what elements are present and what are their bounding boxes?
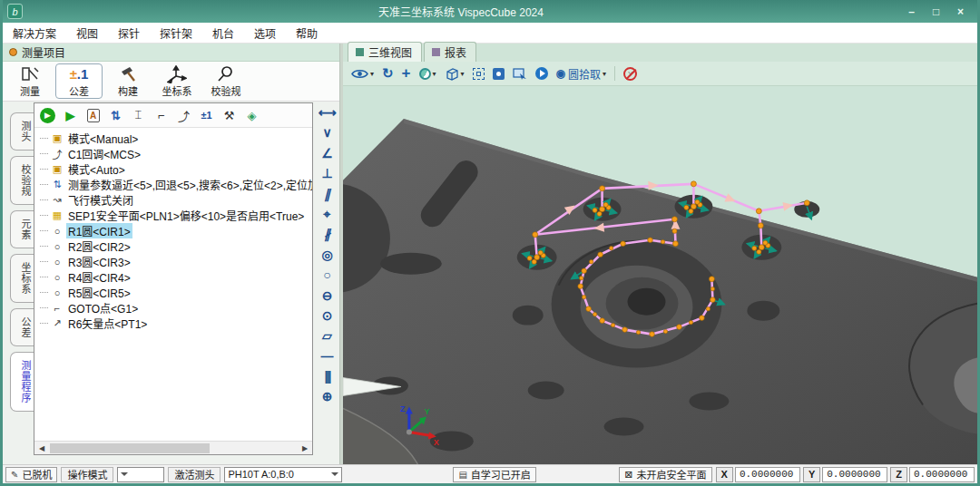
visibility-eye-icon[interactable] — [351, 68, 374, 80]
pan-window-icon[interactable] — [513, 68, 527, 80]
render-style-icon[interactable] — [419, 68, 436, 80]
angle-icon[interactable]: ∠ — [318, 147, 338, 160]
measure-button[interactable]: 测量 — [6, 63, 54, 99]
measure-icon[interactable]: ⌶ — [129, 106, 148, 125]
view-cube-icon[interactable] — [445, 67, 465, 81]
sidetab-tolerance[interactable]: 公差 — [10, 308, 34, 346]
minimize-button[interactable]: – — [899, 5, 924, 18]
tolerance-icon[interactable]: ±1 — [197, 106, 216, 125]
circle-pick-dropdown[interactable]: ◉ 圆拾取 — [556, 66, 607, 82]
position-icon[interactable]: ⌖ — [318, 208, 338, 221]
left-panel-header: 测量项目 — [3, 44, 339, 62]
menu-item[interactable]: 选项 — [244, 23, 286, 43]
chevron-down-icon — [331, 472, 338, 480]
measurement-project-panel: 测量项目 测量 ±.1 公差 构建 — [3, 44, 340, 464]
tree-horizontal-scrollbar[interactable]: ◀ ▶ — [34, 441, 312, 454]
view-tabs: 三维视图 报表 — [343, 44, 977, 62]
menu-item[interactable]: 解决方案 — [3, 23, 66, 43]
scroll-left-icon[interactable]: ◀ — [35, 442, 48, 454]
tree-item-safety-plane[interactable]: ▦ SEP1安全平面<PLN1>偏移<10>是否启用<True> — [34, 208, 312, 223]
rotate-view-icon[interactable]: ↻ — [382, 65, 394, 82]
probe-disabled-icon[interactable]: Y — [623, 67, 637, 81]
self-learning-icon: ▤ — [458, 470, 466, 480]
menu-item[interactable]: 探针架 — [150, 23, 202, 43]
tree-item-circle-2[interactable]: ○ R2圆<CIR2> — [34, 238, 312, 254]
sidetab-gauge[interactable]: 校验规 — [10, 156, 34, 205]
coordsys-icon[interactable]: ⤴ — [174, 106, 193, 125]
runout-icon[interactable]: ⊙ — [318, 309, 338, 323]
tree-item-circle-4[interactable]: ○ R4圆<CIR4> — [34, 269, 312, 285]
menu-item[interactable]: 机台 — [202, 23, 244, 43]
filter-icon[interactable]: ⇅ — [106, 106, 125, 125]
target-icon[interactable]: ◈ — [242, 106, 261, 125]
hammer-icon — [118, 64, 138, 83]
step-run-icon[interactable]: ▶ — [61, 106, 80, 125]
sidetab-coordsys[interactable]: 坐标系 — [10, 254, 34, 303]
placemark-icon[interactable] — [493, 68, 505, 80]
sidetab-probe[interactable]: 测头 — [10, 112, 34, 151]
3d-scene: Z Y X — [343, 86, 977, 464]
run-view-icon[interactable] — [535, 67, 548, 80]
tolerance-button[interactable]: ±.1 公差 — [55, 63, 103, 99]
maximize-button[interactable]: □ — [924, 5, 948, 18]
roundness-icon[interactable]: ○ — [318, 268, 338, 282]
coordsys-button[interactable]: 坐标系 — [153, 63, 201, 99]
calibrate-button[interactable]: 校验规 — [202, 63, 250, 99]
tree-toolbar: ▶▶A⇅⌶⌐⤴±1⚒◈ — [34, 103, 312, 128]
tab-3d-view[interactable]: 三维视图 — [348, 42, 422, 62]
tree-item-recall[interactable]: ⤴ C1回调<MCS> — [34, 146, 312, 161]
total-runout-icon[interactable]: ⊕ — [318, 390, 338, 403]
menu-item[interactable]: 帮助 — [286, 23, 328, 43]
construct-icon[interactable]: ⚒ — [220, 106, 239, 125]
coordinate-readout: Y 0.0000000 — [803, 467, 887, 482]
scrollbar-thumb[interactable] — [50, 443, 210, 453]
active-probe-value: PH10T A:0,B:0 — [228, 469, 294, 480]
tree-item-circle-5[interactable]: ○ R5圆<CIR5> — [34, 285, 312, 300]
pattern-icon[interactable]: ||| — [318, 370, 338, 384]
parallelism-icon[interactable]: ∥ — [318, 188, 338, 201]
operation-mode-select[interactable] — [117, 467, 164, 482]
tree-item-circle-1[interactable]: ○ R1圆<CIR1> — [34, 223, 312, 238]
tree-item-params[interactable]: ⇅ 测量参数逼近<5>,回退<5>,搜索<6>,定位<2>,定位加<2>,测量 — [34, 177, 312, 192]
3d-viewport[interactable]: Z Y X — [343, 86, 977, 464]
straightness-icon[interactable]: — — [318, 350, 338, 364]
coordinate-readout: X 0.0000000 — [716, 467, 800, 482]
menu-item[interactable]: 视图 — [66, 23, 108, 43]
move-view-icon[interactable]: + — [402, 64, 411, 83]
safety-plane-icon: ⊠ — [624, 469, 632, 481]
active-probe-select[interactable]: PH10T A:0,B:0 — [224, 467, 342, 482]
concentricity-icon[interactable]: ◎ — [318, 248, 338, 262]
symmetry-icon[interactable]: ⊖ — [318, 289, 338, 303]
tree-item-mode-manual[interactable]: ▣ 模式<Manual> — [34, 131, 312, 146]
left-side-tabs: 测头校验规元素坐标系公差测量程序 — [3, 102, 34, 464]
run-program-icon[interactable]: ▶ — [38, 106, 57, 125]
measure-project-icon — [9, 48, 17, 56]
operation-mode-label: 操作模式 — [61, 467, 113, 482]
report-icon[interactable]: A — [83, 106, 103, 125]
profile-icon[interactable]: ∨ — [318, 126, 338, 140]
angularity-icon[interactable]: ∦ — [318, 228, 338, 241]
zoom-fit-icon[interactable] — [473, 68, 485, 80]
tree-item-vector-point[interactable]: ↗ R6矢量点<PT1> — [34, 316, 312, 331]
perpendicularity-icon[interactable]: ⊥ — [318, 167, 338, 180]
distance-icon[interactable]: ⟷ — [318, 106, 338, 120]
menu-item[interactable]: 探针 — [108, 23, 150, 43]
tab-report[interactable]: 报表 — [424, 42, 476, 62]
offline-icon: ✎ — [11, 470, 18, 480]
sidetab-program[interactable]: 测量程序 — [10, 352, 34, 412]
program-tree: ▶▶A⇅⌶⌐⤴±1⚒◈ ▣ 模式<Manual> ⤴ C1回调<MCS> — [34, 102, 313, 455]
tree-item-circle-3[interactable]: ○ R3圆<CIR3> — [34, 254, 312, 269]
tolerance-icon: ±.1 — [70, 64, 89, 83]
tree-item-mode-auto[interactable]: ▣ 模式<Auto> — [34, 161, 312, 177]
left-panel-title: 测量项目 — [22, 44, 65, 60]
goto-icon[interactable]: ⌐ — [152, 106, 171, 125]
flatness-icon[interactable]: ▱ — [318, 329, 338, 343]
tree-item-fly-mode[interactable]: ↝ 飞行模式关闭 — [34, 192, 312, 208]
construct-button[interactable]: 构建 — [104, 63, 152, 99]
sidetab-element[interactable]: 元素 — [10, 210, 34, 248]
axis-x-label: X — [434, 438, 439, 447]
close-button[interactable]: × — [948, 5, 973, 18]
scroll-right-icon[interactable]: ▶ — [299, 442, 311, 454]
tree-item-goto[interactable]: ⌐ GOTO点<G1> — [34, 300, 312, 316]
main-area: 测量项目 测量 ±.1 公差 构建 — [3, 44, 977, 464]
